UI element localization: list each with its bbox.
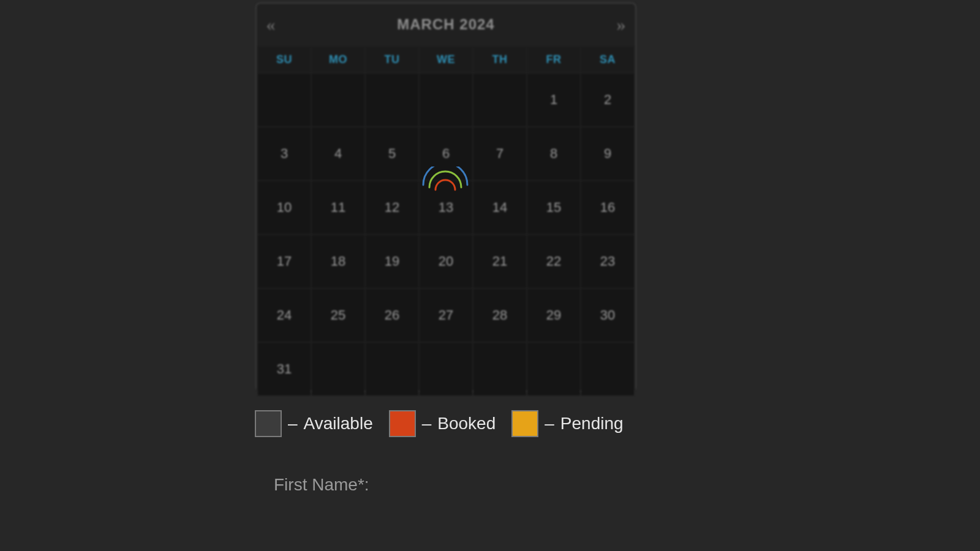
calendar-day[interactable]: 21 <box>473 235 526 288</box>
calendar-day[interactable]: 25 <box>312 289 364 342</box>
calendar-day[interactable]: 1 <box>527 73 580 126</box>
calendar-day[interactable]: 16 <box>581 181 634 234</box>
calendar-day[interactable]: 10 <box>258 181 311 234</box>
calendar-day[interactable]: 7 <box>473 127 526 180</box>
calendar-day-empty <box>527 343 580 395</box>
calendar-day[interactable]: 27 <box>420 289 472 342</box>
calendar-day[interactable]: 4 <box>312 127 364 180</box>
booking-calendar: « MARCH 2024 » SU MO TU WE TH FR SA 1 2 … <box>255 2 636 392</box>
calendar-day[interactable]: 9 <box>581 127 634 180</box>
availability-legend: – Available – Booked – Pending <box>255 410 624 437</box>
calendar-day-empty <box>366 73 418 126</box>
calendar-day[interactable]: 30 <box>581 289 634 342</box>
calendar-day[interactable]: 29 <box>527 289 580 342</box>
legend-label: Available <box>304 414 373 433</box>
weekday-heading: WE <box>420 47 472 72</box>
calendar-day-empty <box>312 343 364 395</box>
weekday-heading: SU <box>258 47 311 72</box>
calendar-day[interactable]: 3 <box>258 127 311 180</box>
legend-label: Booked <box>437 414 496 433</box>
calendar-day[interactable]: 13 <box>420 181 472 234</box>
calendar-day[interactable]: 24 <box>258 289 311 342</box>
calendar-day[interactable]: 5 <box>366 127 418 180</box>
calendar-day[interactable]: 17 <box>258 235 311 288</box>
calendar-day[interactable]: 19 <box>366 235 418 288</box>
calendar-day-empty <box>420 343 472 395</box>
calendar-day[interactable]: 26 <box>366 289 418 342</box>
calendar-day[interactable]: 11 <box>312 181 364 234</box>
calendar-day[interactable]: 20 <box>420 235 472 288</box>
legend-sep: – <box>288 414 298 433</box>
swatch-booked-icon <box>389 410 416 437</box>
calendar-day-empty <box>473 343 526 395</box>
calendar-title: MARCH 2024 <box>397 16 494 33</box>
calendar-day-empty <box>258 73 311 126</box>
weekday-heading: SA <box>581 47 634 72</box>
calendar-day[interactable]: 15 <box>527 181 580 234</box>
calendar-day[interactable]: 12 <box>366 181 418 234</box>
calendar-day[interactable]: 18 <box>312 235 364 288</box>
legend-item-pending: – Pending <box>511 410 623 437</box>
swatch-pending-icon <box>511 410 538 437</box>
swatch-available-icon <box>255 410 282 437</box>
legend-sep: – <box>422 414 432 433</box>
calendar-grid: SU MO TU WE TH FR SA 1 2 3 4 5 6 7 8 9 1… <box>257 47 635 391</box>
calendar-day[interactable]: 2 <box>581 73 634 126</box>
legend-item-available: – Available <box>255 410 373 437</box>
legend-item-booked: – Booked <box>389 410 496 437</box>
calendar-day[interactable]: 28 <box>473 289 526 342</box>
calendar-day-empty <box>420 73 472 126</box>
legend-sep: – <box>545 414 554 433</box>
calendar-header: « MARCH 2024 » <box>257 4 635 47</box>
next-month-button[interactable]: » <box>611 14 631 35</box>
calendar-day[interactable]: 23 <box>581 235 634 288</box>
calendar-day-empty <box>473 73 526 126</box>
calendar-day-empty <box>581 343 634 395</box>
calendar-day[interactable]: 31 <box>258 343 311 395</box>
calendar-day-empty <box>366 343 418 395</box>
calendar-day[interactable]: 6 <box>420 127 472 180</box>
weekday-heading: TH <box>473 47 526 72</box>
weekday-heading: MO <box>312 47 364 72</box>
weekday-heading: FR <box>527 47 580 72</box>
weekday-heading: TU <box>366 47 418 72</box>
calendar-day[interactable]: 14 <box>473 181 526 234</box>
first-name-label: First Name*: <box>274 475 369 495</box>
calendar-day[interactable]: 8 <box>527 127 580 180</box>
calendar-day[interactable]: 22 <box>527 235 580 288</box>
prev-month-button[interactable]: « <box>260 14 281 35</box>
legend-label: Pending <box>560 414 624 433</box>
calendar-day-empty <box>312 73 364 126</box>
